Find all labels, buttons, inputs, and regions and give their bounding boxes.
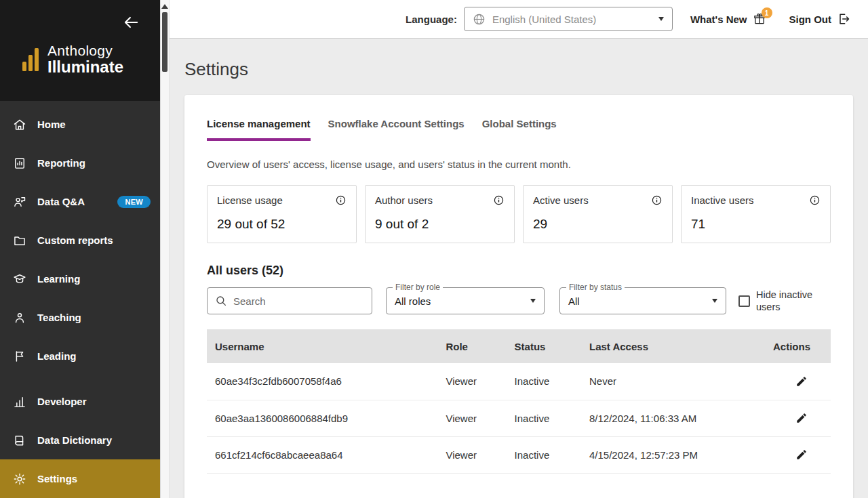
- edit-user-button[interactable]: [793, 446, 810, 463]
- checkbox-box[interactable]: [738, 295, 750, 307]
- app-logo: Anthology Illuminate: [12, 43, 142, 76]
- overview-description: Overview of users' access, license usage…: [207, 159, 831, 170]
- data-dictionary-icon: [12, 433, 27, 448]
- sidebar-item-custom-reports[interactable]: Custom reports: [0, 221, 160, 260]
- filter-controls: Filter by role All roles Filter by statu…: [207, 287, 831, 314]
- teaching-icon: [12, 310, 27, 325]
- info-icon[interactable]: [493, 194, 505, 206]
- sidebar-item-data-dictionary[interactable]: Data Dictionary: [0, 421, 160, 459]
- topbar: Language: English (United States) What's…: [170, 0, 868, 39]
- anthology-logo-icon: [22, 47, 41, 72]
- stat-label: Author users: [375, 194, 433, 206]
- sidebar-item-settings[interactable]: Settings: [0, 459, 160, 498]
- sidebar-item-developer[interactable]: Developer: [0, 382, 160, 421]
- sidebar-item-reporting[interactable]: Reporting: [0, 144, 160, 182]
- globe-icon: [473, 13, 486, 26]
- hide-inactive-checkbox[interactable]: Hide inactive users: [738, 289, 820, 313]
- sidebar-item-label: Teaching: [37, 312, 81, 323]
- search-input[interactable]: [233, 295, 364, 307]
- scroll-up-arrow-icon[interactable]: [161, 4, 168, 9]
- language-select[interactable]: English (United States): [464, 7, 673, 31]
- all-users-heading: All users (52): [207, 264, 831, 278]
- column-header-actions: Actions: [743, 329, 831, 363]
- sidebar-item-home[interactable]: Home: [0, 105, 160, 144]
- back-button[interactable]: [119, 11, 142, 36]
- sidebar-item-label: Custom reports: [37, 234, 113, 246]
- sidebar-item-label: Leading: [37, 350, 77, 362]
- main-area: Language: English (United States) What's…: [170, 0, 868, 498]
- filter-by-status-value: All: [568, 295, 580, 307]
- stat-value: 29 out of 52: [217, 217, 347, 232]
- stats-row: License usage 29 out of 52 Author users …: [207, 185, 831, 243]
- users-table: Username Role Status Last Access Actions…: [207, 329, 831, 474]
- notification-badge: 1: [762, 7, 772, 18]
- search-box[interactable]: [207, 287, 372, 314]
- sidebar-item-data-qa[interactable]: Data Q&A NEW: [0, 182, 160, 221]
- stat-label: Active users: [533, 194, 589, 206]
- stat-card-inactive-users: Inactive users 71: [681, 185, 831, 243]
- sidebar-item-learning[interactable]: Learning: [0, 260, 160, 298]
- sidebar-item-teaching[interactable]: Teaching: [0, 298, 160, 337]
- stat-card-author-users: Author users 9 out of 2: [365, 185, 515, 243]
- search-icon: [215, 295, 227, 307]
- filter-by-status-select[interactable]: Filter by status All: [559, 287, 726, 314]
- sidebar-item-label: Settings: [37, 473, 77, 484]
- learning-icon: [12, 272, 27, 287]
- column-header-last-access: Last Access: [581, 329, 743, 363]
- edit-user-button[interactable]: [793, 373, 810, 390]
- sidebar-item-label: Reporting: [37, 157, 85, 169]
- sign-out-button[interactable]: Sign Out: [789, 12, 851, 26]
- cell-last-access: Never: [581, 363, 743, 400]
- sidebar-item-label: Home: [37, 119, 66, 130]
- sidebar-item-label: Data Dictionary: [37, 434, 112, 446]
- pencil-icon: [795, 375, 808, 388]
- tab-license-management[interactable]: License management: [207, 118, 311, 141]
- column-header-username: Username: [207, 329, 437, 363]
- column-header-role: Role: [437, 329, 506, 363]
- arrow-left-icon: [122, 14, 140, 31]
- filter-by-role-select[interactable]: Filter by role All roles: [386, 287, 545, 314]
- sidebar-item-label: Developer: [37, 396, 87, 407]
- settings-card: License management Snowflake Account Set…: [184, 95, 853, 498]
- stat-value: 29: [533, 217, 663, 232]
- whats-new-button[interactable]: What's New 1: [690, 12, 766, 26]
- caret-down-icon: [530, 299, 536, 303]
- page-title: Settings: [184, 59, 868, 80]
- cell-status: Inactive: [507, 400, 581, 436]
- cell-last-access: 4/15/2024, 12:57:23 PM: [581, 436, 743, 473]
- table-row: 60ae3aa1360086006884fdb9 Viewer Inactive…: [207, 400, 831, 436]
- edit-user-button[interactable]: [793, 409, 810, 427]
- scrollbar-thumb[interactable]: [162, 12, 167, 72]
- table-row: 661cf214cf6c8abcaeea8a64 Viewer Inactive…: [207, 436, 831, 473]
- cell-role: Viewer: [437, 363, 506, 400]
- filter-by-role-value: All roles: [395, 295, 431, 307]
- sign-out-label: Sign Out: [789, 14, 832, 25]
- language-value: English (United States): [492, 14, 596, 25]
- vertical-scrollbar[interactable]: [160, 0, 170, 498]
- info-icon[interactable]: [651, 194, 663, 206]
- sidebar-item-label: Data Q&A: [37, 196, 85, 207]
- tab-snowflake-account-settings[interactable]: Snowflake Account Settings: [328, 118, 465, 141]
- caret-down-icon: [658, 17, 664, 21]
- sidebar-item-label: Learning: [37, 273, 80, 285]
- sidebar-item-leading[interactable]: Leading: [0, 337, 160, 375]
- cell-username: 60ae34f3c2fdb6007058f4a6: [207, 363, 437, 400]
- table-header-row: Username Role Status Last Access Actions: [207, 329, 831, 363]
- cell-role: Viewer: [437, 436, 506, 473]
- cell-role: Viewer: [437, 400, 506, 436]
- info-icon[interactable]: [809, 194, 821, 206]
- filter-by-status-label: Filter by status: [566, 283, 625, 292]
- cell-username: 60ae3aa1360086006884fdb9: [207, 400, 437, 436]
- app-root: Anthology Illuminate Home Reporting Data…: [0, 0, 868, 498]
- stat-card-active-users: Active users 29: [523, 185, 673, 243]
- settings-gear-icon: [12, 472, 27, 486]
- stat-value: 9 out of 2: [375, 217, 505, 232]
- tab-global-settings[interactable]: Global Settings: [482, 118, 557, 141]
- info-icon[interactable]: [335, 194, 347, 206]
- data-qa-icon: [12, 194, 27, 209]
- custom-reports-icon: [12, 233, 27, 248]
- logo-text-illuminate: Illuminate: [47, 58, 123, 76]
- developer-icon: [12, 394, 27, 409]
- home-icon: [12, 117, 27, 132]
- sidebar-header: Anthology Illuminate: [0, 0, 160, 101]
